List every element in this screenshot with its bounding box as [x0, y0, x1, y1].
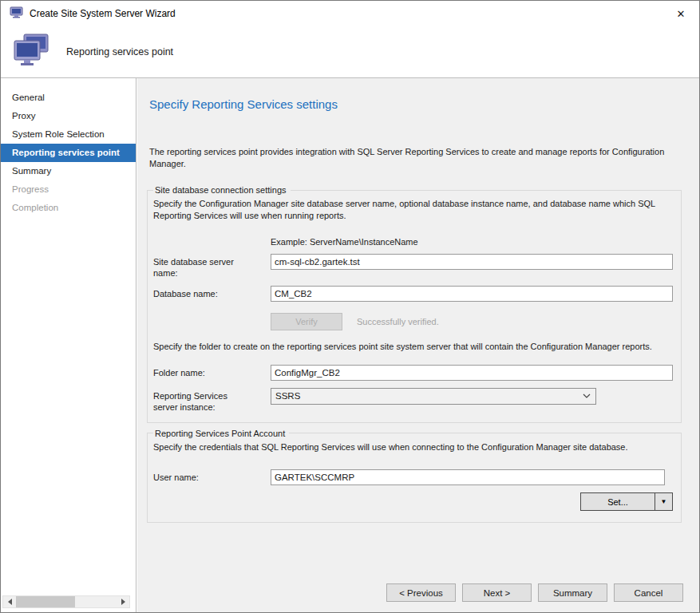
wizard-content: Specify Reporting Services settings The … — [137, 78, 699, 612]
scrollbar-thumb[interactable] — [16, 596, 75, 607]
set-button-label: Set... — [581, 493, 655, 510]
next-button[interactable]: Next > — [462, 583, 532, 602]
verify-row: Verify Successfully verified. — [271, 313, 673, 330]
titlebar: Create Site System Server Wizard ✕ — [1, 1, 699, 26]
sidebar-horizontal-scrollbar[interactable] — [2, 595, 130, 608]
account-description: Specify the credentials that SQL Reporti… — [153, 441, 670, 453]
wizard-header: Reporting services point — [1, 26, 699, 77]
reporting-instance-row: Reporting Services server instance: SSRS — [153, 388, 673, 413]
dropdown-arrow-icon[interactable]: ▼ — [655, 493, 672, 510]
site-database-group: Site database connection settings Specif… — [147, 185, 682, 423]
verify-button[interactable]: Verify — [271, 313, 342, 330]
window-icon — [10, 6, 23, 22]
nav-item-system-role-selection[interactable]: System Role Selection — [1, 125, 136, 144]
user-name-row: User name: — [153, 469, 673, 485]
wizard-footer: < Previous Next > Summary Cancel — [386, 583, 683, 602]
database-name-label: Database name: — [153, 286, 249, 302]
wizard-sidebar: General Proxy System Role Selection Repo… — [1, 78, 136, 612]
nav-item-progress[interactable]: Progress — [1, 180, 136, 199]
folder-name-label: Folder name: — [153, 365, 249, 381]
window-title: Create Site System Server Wizard — [30, 8, 176, 19]
summary-button[interactable]: Summary — [538, 583, 607, 602]
verify-status-text: Successfully verified. — [357, 317, 439, 326]
folder-name-row: Folder name: — [153, 365, 673, 381]
scroll-right-arrow-icon[interactable] — [117, 596, 129, 607]
server-name-input[interactable] — [271, 254, 673, 270]
database-name-input[interactable] — [271, 286, 673, 302]
nav-item-proxy[interactable]: Proxy — [1, 107, 136, 125]
site-database-group-legend: Site database connection settings — [153, 185, 291, 195]
chevron-down-icon — [578, 389, 595, 404]
cancel-button[interactable]: Cancel — [614, 583, 683, 602]
intro-text: The reporting services point provides in… — [149, 146, 672, 169]
nav-item-summary[interactable]: Summary — [1, 162, 136, 180]
set-split-button[interactable]: Set... ▼ — [580, 492, 673, 511]
database-name-row: Database name: — [153, 286, 673, 302]
reporting-instance-value: SSRS — [275, 391, 578, 401]
page-title: Specify Reporting Services settings — [149, 97, 682, 111]
nav-item-reporting-services-point[interactable]: Reporting services point — [1, 144, 136, 162]
wizard-nav: General Proxy System Role Selection Repo… — [1, 78, 136, 217]
account-group: Reporting Services Point Account Specify… — [147, 429, 682, 524]
server-name-row: Site database server name: — [153, 254, 673, 279]
previous-button[interactable]: < Previous — [386, 583, 456, 602]
site-database-description: Specify the Configuration Manager site d… — [153, 198, 658, 221]
nav-item-general[interactable]: General — [1, 89, 136, 107]
folder-name-input[interactable] — [271, 365, 673, 381]
user-name-label: User name: — [153, 469, 249, 485]
set-row: Set... ▼ — [153, 492, 673, 511]
close-icon[interactable]: ✕ — [662, 1, 699, 26]
server-name-label: Site database server name: — [153, 254, 249, 279]
reporting-instance-dropdown[interactable]: SSRS — [271, 388, 596, 405]
folder-description: Specify the folder to create on the repo… — [153, 341, 670, 353]
reporting-instance-label: Reporting Services server instance: — [153, 388, 249, 413]
nav-item-completion[interactable]: Completion — [1, 199, 136, 217]
instance-example-text: Example: ServerName\InstanceName — [271, 237, 673, 247]
scrollbar-track[interactable] — [16, 596, 117, 607]
user-name-input[interactable] — [271, 469, 665, 485]
page-subtitle: Reporting services point — [66, 46, 173, 57]
account-group-legend: Reporting Services Point Account — [153, 429, 289, 438]
scroll-left-arrow-icon[interactable] — [3, 596, 16, 607]
server-monitors-icon — [13, 34, 51, 70]
wizard-window: Create Site System Server Wizard ✕ Repor… — [0, 0, 700, 613]
